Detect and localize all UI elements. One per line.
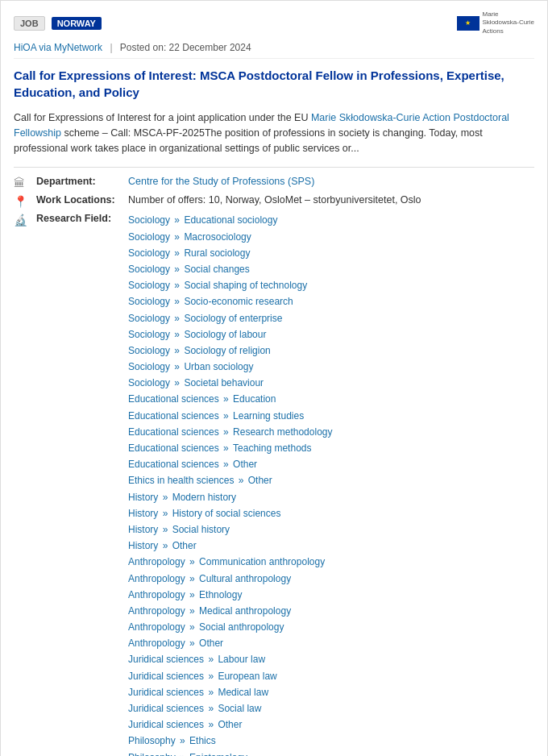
field-subcategory: Modern history [172, 492, 236, 503]
eu-logo-text: MarieSkłodowska-CurieActions [483, 10, 534, 35]
field-category: Anthropology [128, 573, 185, 584]
job-title[interactable]: Call for Expressions of Interest: MSCA P… [14, 67, 534, 101]
field-arrow: » [206, 654, 216, 665]
eu-logo: ★ MarieSkłodowska-CurieActions [457, 10, 534, 35]
field-arrow: » [206, 703, 216, 714]
field-arrow: » [187, 621, 197, 633]
research-field-item[interactable]: Educational sciences » Other [128, 457, 338, 472]
field-category: Ethics in health sciences [128, 475, 234, 486]
research-field-item[interactable]: Anthropology » Cultural anthropology [128, 571, 338, 587]
research-field-item[interactable]: Juridical sciences » Other [128, 717, 338, 733]
research-field-item[interactable]: Sociology » Social changes [128, 262, 338, 277]
field-arrow: » [221, 410, 231, 422]
field-category: Juridical sciences [128, 671, 204, 682]
field-subcategory: Urban sociology [184, 361, 253, 372]
research-field-item[interactable]: Anthropology » Medical anthropology [128, 604, 338, 619]
field-arrow: » [235, 475, 246, 486]
field-subcategory: Teaching methods [233, 442, 311, 454]
research-field-item[interactable]: Educational sciences » Learning studies [128, 409, 338, 424]
field-arrow: » [206, 687, 216, 698]
research-field-item[interactable]: History » Other [128, 538, 338, 554]
field-subcategory: Social changes [184, 264, 249, 275]
field-arrow: » [160, 524, 170, 535]
field-category: Anthropology [128, 605, 185, 617]
research-field-item[interactable]: Sociology » Socio-economic research [128, 294, 338, 309]
posted-label: Posted on: [120, 42, 166, 53]
eu-flag-icon: ★ [457, 16, 480, 31]
research-field-item[interactable]: Sociology » Sociology of religion [128, 343, 338, 359]
field-subcategory: Sociology of labour [184, 329, 266, 340]
department-row: 🏛 Department: Centre for the Study of Pr… [14, 176, 534, 189]
research-field-item[interactable]: Juridical sciences » Medical law [128, 685, 338, 700]
field-subcategory: Other [248, 475, 272, 486]
research-field-item[interactable]: History » Modern history [128, 490, 338, 505]
department-label: Department: [36, 176, 125, 187]
field-category: Sociology [128, 345, 170, 356]
field-category: Philosophy [128, 735, 176, 746]
field-arrow: » [206, 719, 216, 730]
work-locations-label: Work Locations: [36, 194, 125, 206]
research-field-item[interactable]: Sociology » Urban sociology [128, 359, 338, 375]
field-arrow: » [160, 492, 170, 503]
research-field-item[interactable]: Sociology » Macrosociology [128, 230, 338, 245]
field-arrow: » [172, 377, 182, 388]
research-field-item[interactable]: Educational sciences » Education [128, 392, 338, 407]
field-arrow: » [221, 393, 231, 405]
research-field-item[interactable]: Juridical sciences » European law [128, 669, 338, 684]
research-field-item[interactable]: Anthropology » Communication anthropolog… [128, 555, 338, 570]
department-link[interactable]: Centre for the Study of Professions (SPS… [128, 176, 314, 187]
field-category: Sociology [128, 280, 170, 291]
research-field-item[interactable]: Anthropology » Social anthropology [128, 620, 338, 635]
research-field-item[interactable]: Philosophy » Epistemology [128, 750, 338, 756]
field-category: Educational sciences [128, 426, 219, 438]
field-category: Sociology [128, 247, 170, 259]
field-category: History [128, 508, 158, 519]
top-bar-left: JOB NORWAY [14, 16, 102, 31]
field-subcategory: European law [218, 671, 276, 682]
research-field-item[interactable]: Sociology » Societal behaviour [128, 376, 338, 391]
research-field-item[interactable]: Educational sciences » Research methodol… [128, 425, 338, 440]
field-category: History [128, 524, 158, 535]
research-field-item[interactable]: Sociology » Educational sociology [128, 213, 338, 228]
field-arrow: » [187, 556, 197, 567]
research-field-item[interactable]: Juridical sciences » Labour law [128, 652, 338, 667]
research-field-item[interactable]: Sociology » Sociology of enterprise [128, 311, 338, 326]
field-category: Juridical sciences [128, 719, 204, 730]
research-field-item[interactable]: Sociology » Rural sociology [128, 246, 338, 261]
field-arrow: » [160, 540, 170, 551]
research-field-item[interactable]: Anthropology » Other [128, 636, 338, 651]
field-subcategory: Social law [218, 703, 261, 714]
badge-norway: NORWAY [52, 17, 102, 30]
field-arrow: » [172, 214, 182, 226]
field-arrow: » [172, 296, 182, 307]
field-category: Sociology [128, 231, 170, 243]
field-subcategory: Education [233, 393, 276, 405]
field-arrow: » [187, 589, 197, 600]
field-subcategory: Ethics [189, 735, 216, 746]
field-subcategory: Other [199, 638, 223, 649]
research-field-item[interactable]: History » History of social sciences [128, 506, 338, 521]
field-subcategory: Other [172, 540, 197, 551]
source-link[interactable]: HiOA via MyNetwork [14, 42, 102, 53]
field-arrow: » [172, 361, 182, 372]
field-subcategory: Social anthropology [199, 621, 284, 633]
marie-curie-link[interactable]: Marie Skłodowska-Curie Action Postdoctor… [14, 112, 509, 139]
field-subcategory: Communication anthropology [199, 556, 325, 567]
work-locations-row: 📍 Work Locations: Number of offers: 10, … [14, 194, 534, 208]
research-field-item[interactable]: Ethics in health sciences » Other [128, 473, 338, 488]
research-field-item[interactable]: Sociology » Sociology of labour [128, 327, 338, 343]
field-subcategory: Medical law [218, 687, 268, 698]
field-subcategory: Sociology of religion [184, 345, 270, 356]
research-field-item[interactable]: Educational sciences » Teaching methods [128, 441, 338, 456]
research-field-item[interactable]: History » Social history [128, 522, 338, 538]
research-field-item[interactable]: Philosophy » Ethics [128, 733, 338, 749]
field-category: Anthropology [128, 556, 185, 567]
work-locations-value: Number of offers: 10, Norway, OsloMet – … [128, 194, 421, 206]
separator: | [110, 42, 112, 53]
description-text: Call for Expressions of Interest for a j… [14, 112, 509, 154]
field-subcategory: Other [218, 719, 242, 730]
research-field-item[interactable]: Sociology » Social shaping of technology [128, 278, 338, 293]
info-table: 🏛 Department: Centre for the Study of Pr… [14, 176, 534, 756]
research-field-item[interactable]: Juridical sciences » Social law [128, 701, 338, 717]
research-field-item[interactable]: Anthropology » Ethnology [128, 588, 338, 603]
